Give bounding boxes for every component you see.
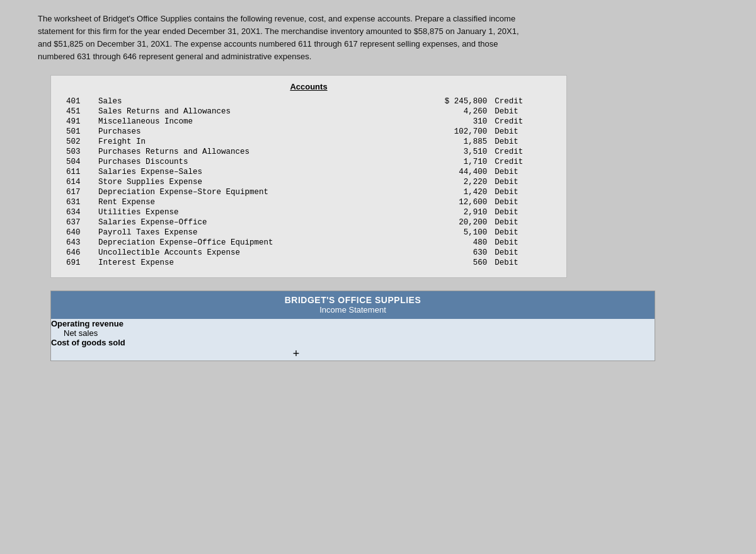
income-row-label	[51, 347, 190, 361]
account-type: Debit	[490, 238, 554, 248]
account-amount: 480	[407, 238, 490, 248]
account-name: Salaries Expense–Sales	[96, 167, 407, 177]
account-number: 611	[64, 167, 96, 177]
income-row-col1[interactable]	[403, 347, 466, 361]
account-type: Debit	[490, 207, 554, 217]
account-type: Debit	[490, 228, 554, 238]
account-row: 640 Payroll Taxes Expense 5,100 Debit	[64, 228, 554, 238]
account-name: Depreciation Expense–Office Equipment	[96, 238, 407, 248]
account-number: 504	[64, 157, 96, 167]
account-name: Purchases	[96, 127, 407, 137]
income-row-col2[interactable]	[466, 338, 529, 347]
account-type: Credit	[490, 157, 554, 167]
account-row: 617 Depreciation Expense–Store Equipment…	[64, 187, 554, 197]
account-number: 634	[64, 207, 96, 217]
income-row-col4[interactable]	[592, 338, 655, 347]
income-row-col1[interactable]	[403, 338, 466, 347]
account-type: Debit	[490, 107, 554, 117]
account-number: 614	[64, 177, 96, 187]
account-number: 617	[64, 187, 96, 197]
account-name: Store Supplies Expense	[96, 177, 407, 187]
accounts-header: Accounts	[64, 82, 554, 91]
account-amount: 4,260	[407, 107, 490, 117]
accounts-section: Accounts 401 Sales $ 245,800 Credit 451 …	[50, 75, 567, 278]
account-type: Credit	[490, 96, 554, 107]
account-number: 640	[64, 228, 96, 238]
account-number: 646	[64, 248, 96, 258]
statement-title: Income Statement	[51, 305, 655, 317]
account-type: Debit	[490, 197, 554, 207]
account-number: 631	[64, 197, 96, 207]
income-row-col3[interactable]	[529, 347, 592, 361]
account-amount: 310	[407, 117, 490, 127]
account-number: 643	[64, 238, 96, 248]
account-name: Depreciation Expense–Store Equipment	[96, 187, 407, 197]
account-type: Debit	[490, 177, 554, 187]
description-text: The worksheet of Bridget's Office Suppli…	[38, 13, 605, 64]
account-name: Freight In	[96, 137, 407, 147]
account-row: 634 Utilities Expense 2,910 Debit	[64, 207, 554, 217]
account-row: 643 Depreciation Expense–Office Equipmen…	[64, 238, 554, 248]
account-row: 491 Miscellaneous Income 310 Credit	[64, 117, 554, 127]
income-row-mid	[190, 338, 403, 347]
account-number: 502	[64, 137, 96, 147]
income-row-col1[interactable]	[403, 319, 466, 328]
account-row: 646 Uncollectible Accounts Expense 630 D…	[64, 248, 554, 258]
account-amount: 2,910	[407, 207, 490, 217]
account-row: 691 Interest Expense 560 Debit	[64, 258, 554, 268]
account-number: 491	[64, 117, 96, 127]
account-number: 501	[64, 127, 96, 137]
account-type: Debit	[490, 127, 554, 137]
account-amount: 1,885	[407, 137, 490, 147]
account-name: Purchases Discounts	[96, 157, 407, 167]
account-type: Credit	[490, 117, 554, 127]
income-row-col4[interactable]	[592, 319, 655, 328]
income-statement-header: BRIDGET'S OFFICE SUPPLIES Income Stateme…	[51, 291, 655, 319]
account-number: 401	[64, 96, 96, 107]
account-row: 401 Sales $ 245,800 Credit	[64, 96, 554, 107]
income-row-label: Operating revenue	[51, 319, 190, 328]
company-name: BRIDGET'S OFFICE SUPPLIES	[51, 295, 655, 305]
account-name: Miscellaneous Income	[96, 117, 407, 127]
income-row-label: Cost of goods sold	[51, 338, 190, 347]
account-name: Rent Expense	[96, 197, 407, 207]
account-amount: $ 245,800	[407, 96, 490, 107]
account-row: 504 Purchases Discounts 1,710 Credit	[64, 157, 554, 167]
income-row-col1[interactable]	[403, 328, 466, 338]
income-row-label: Net sales	[51, 328, 190, 338]
account-name: Utilities Expense	[96, 207, 407, 217]
account-name: Salaries Expense–Office	[96, 217, 407, 228]
account-row: 637 Salaries Expense–Office 20,200 Debit	[64, 217, 554, 228]
account-row: 611 Salaries Expense–Sales 44,400 Debit	[64, 167, 554, 177]
account-name: Sales	[96, 96, 407, 107]
account-number: 691	[64, 258, 96, 268]
income-row-mid: +	[190, 347, 403, 361]
income-row-col3[interactable]	[529, 319, 592, 328]
account-amount: 20,200	[407, 217, 490, 228]
account-row: 614 Store Supplies Expense 2,220 Debit	[64, 177, 554, 187]
income-row-col4[interactable]	[592, 347, 655, 361]
account-name: Payroll Taxes Expense	[96, 228, 407, 238]
account-amount: 44,400	[407, 167, 490, 177]
income-row-col2[interactable]	[466, 347, 529, 361]
account-type: Debit	[490, 187, 554, 197]
account-name: Uncollectible Accounts Expense	[96, 248, 407, 258]
account-type: Debit	[490, 258, 554, 268]
account-amount: 5,100	[407, 228, 490, 238]
income-row-col3[interactable]	[529, 328, 592, 338]
income-statement-section: BRIDGET'S OFFICE SUPPLIES Income Stateme…	[50, 291, 655, 361]
account-name: Sales Returns and Allowances	[96, 107, 407, 117]
account-name: Purchases Returns and Allowances	[96, 147, 407, 157]
income-row-mid	[190, 328, 403, 338]
account-type: Credit	[490, 147, 554, 157]
income-row-col3[interactable]	[529, 338, 592, 347]
account-type: Debit	[490, 137, 554, 147]
income-grid: Operating revenueNet salesCost of goods …	[51, 319, 655, 361]
income-row-col2[interactable]	[466, 328, 529, 338]
account-amount: 2,220	[407, 177, 490, 187]
income-row-col2[interactable]	[466, 319, 529, 328]
account-row: 501 Purchases 102,700 Debit	[64, 127, 554, 137]
income-row-col4[interactable]	[592, 328, 655, 338]
account-amount: 630	[407, 248, 490, 258]
account-row: 451 Sales Returns and Allowances 4,260 D…	[64, 107, 554, 117]
